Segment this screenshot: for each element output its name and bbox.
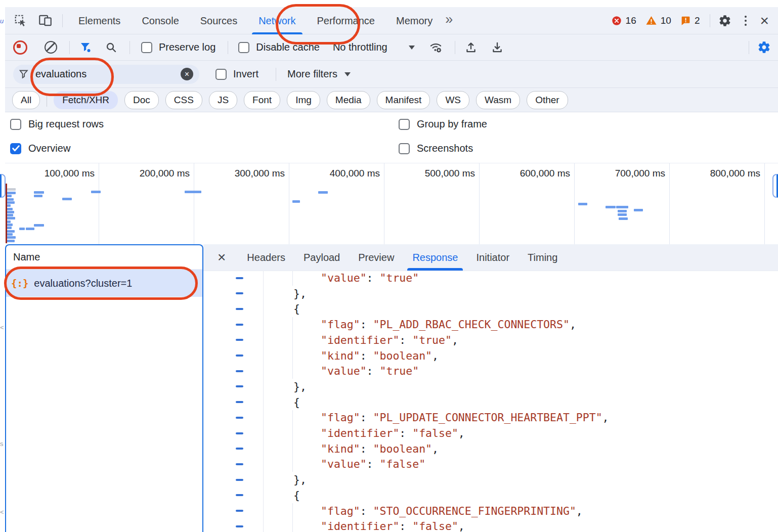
fold-marker-icon[interactable]	[236, 354, 243, 357]
big-request-rows-option[interactable]: Big request rows	[10, 118, 104, 130]
fold-marker-icon[interactable]	[236, 339, 243, 341]
separator	[455, 41, 455, 54]
chip-font[interactable]: Font	[244, 91, 280, 109]
detail-tab-timing[interactable]: Timing	[518, 244, 567, 271]
export-har-icon[interactable]	[491, 41, 504, 54]
overview-option[interactable]: Overview	[10, 143, 70, 154]
big-request-rows-checkbox[interactable]	[10, 119, 21, 130]
detail-tab-response[interactable]: Response	[403, 244, 467, 271]
fold-marker-icon[interactable]	[236, 292, 243, 294]
timeline-request-bar	[6, 224, 13, 226]
clear-filter-icon[interactable]: ×	[181, 68, 193, 80]
timeline-request-bar	[26, 228, 34, 230]
network-conditions-icon[interactable]	[429, 40, 443, 54]
fold-marker-icon[interactable]	[236, 510, 243, 512]
chip-fetch-xhr[interactable]: Fetch/XHR	[54, 91, 118, 109]
network-settings-gear-icon[interactable]	[757, 40, 771, 54]
fold-marker-icon[interactable]	[236, 432, 243, 434]
timeline-request-bar	[6, 233, 13, 236]
chip-ws[interactable]: WS	[437, 91, 469, 109]
tab-performance[interactable]: Performance	[307, 7, 386, 34]
timeline-gridline	[99, 163, 99, 244]
devtools-tab-bar: ElementsConsoleSourcesNetworkPerformance…	[5, 7, 778, 34]
chip-js[interactable]: JS	[209, 91, 237, 109]
preserve-log-checkbox[interactable]	[141, 42, 152, 53]
screenshots-checkbox[interactable]	[399, 143, 410, 154]
fold-marker-icon[interactable]	[236, 277, 243, 279]
request-row[interactable]: {:}evaluations?cluster=1	[6, 270, 202, 297]
throttling-select[interactable]: No throttling	[333, 41, 387, 53]
detail-tab-headers[interactable]: Headers	[238, 244, 294, 271]
detail-tab-initiator[interactable]: Initiator	[467, 244, 518, 271]
code-line: "kind": "boolean",	[321, 348, 439, 364]
inspect-element-icon[interactable]	[14, 14, 27, 27]
more-tabs-icon[interactable]: »	[445, 12, 453, 27]
tab-sources[interactable]: Sources	[190, 7, 248, 34]
overview-checkbox[interactable]	[10, 143, 21, 154]
fold-marker-icon[interactable]	[236, 525, 243, 527]
background-page-strip: u < s <	[0, 0, 5, 532]
fold-marker-icon[interactable]	[236, 324, 243, 326]
fold-marker-icon[interactable]	[236, 385, 243, 387]
screenshots-option[interactable]: Screenshots	[399, 143, 473, 154]
tab-console[interactable]: Console	[131, 7, 189, 34]
chip-all[interactable]: All	[12, 91, 40, 109]
more-filters-dropdown-icon[interactable]	[344, 72, 351, 76]
fold-marker-icon[interactable]	[236, 463, 243, 465]
fold-marker-icon[interactable]	[236, 401, 243, 403]
filter-input[interactable]: evaluations ×	[13, 65, 199, 84]
chip-doc[interactable]: Doc	[124, 91, 159, 109]
timeline-gridline	[479, 163, 480, 244]
record-network-log-icon[interactable]	[13, 40, 27, 55]
close-devtools-icon[interactable]: ×	[760, 13, 769, 28]
chip-media[interactable]: Media	[327, 91, 370, 109]
timeline-request-bar	[6, 240, 15, 242]
fold-marker-icon[interactable]	[236, 494, 243, 496]
timeline-tick-label: 600,000 ms	[520, 168, 570, 179]
import-har-icon[interactable]	[464, 41, 478, 54]
fold-marker-icon[interactable]	[236, 479, 243, 481]
separator	[47, 94, 47, 107]
search-icon[interactable]	[105, 41, 117, 54]
response-body-viewer[interactable]: "value": "true"},{"flag": "PL_ADD_RBAC_C…	[203, 271, 778, 532]
close-detail-icon[interactable]: ×	[218, 250, 226, 264]
chip-css[interactable]: CSS	[165, 91, 202, 109]
device-toolbar-icon[interactable]	[38, 14, 52, 27]
invert-checkbox[interactable]	[215, 69, 227, 80]
timeline-tick-label: 500,000 ms	[425, 168, 475, 179]
timeline-right-grip[interactable]	[772, 174, 778, 198]
group-by-frame-option[interactable]: Group by frame	[399, 118, 487, 130]
issue-badge[interactable]: 2	[680, 15, 700, 26]
fold-marker-icon[interactable]	[236, 448, 243, 450]
throttling-dropdown-icon[interactable]	[409, 46, 415, 50]
timeline-left-grip[interactable]	[0, 174, 6, 198]
clear-network-log-icon[interactable]	[45, 41, 57, 54]
fold-marker-icon[interactable]	[236, 417, 243, 419]
error-badge[interactable]: 16	[611, 15, 636, 26]
chip-wasm[interactable]: Wasm	[476, 91, 520, 109]
chip-img[interactable]: Img	[287, 91, 320, 109]
tab-network[interactable]: Network	[248, 7, 306, 34]
chip-manifest[interactable]: Manifest	[377, 91, 430, 109]
warning-badge[interactable]: 10	[645, 15, 671, 26]
disable-cache-checkbox[interactable]	[238, 42, 249, 53]
timeline-request-bar	[606, 206, 616, 208]
tab-memory[interactable]: Memory	[385, 7, 443, 34]
json-braces-icon: {:}	[11, 278, 28, 289]
separator	[62, 14, 63, 27]
detail-tab-preview[interactable]: Preview	[349, 244, 403, 271]
name-column-header[interactable]: Name	[6, 245, 202, 270]
group-by-frame-checkbox[interactable]	[399, 119, 410, 130]
tab-elements[interactable]: Elements	[68, 7, 131, 34]
detail-tab-payload[interactable]: Payload	[294, 244, 349, 271]
fold-marker-icon[interactable]	[236, 370, 243, 372]
settings-gear-icon[interactable]	[718, 14, 731, 27]
request-name: evaluations?cluster=1	[34, 278, 132, 289]
timeline-overview[interactable]: 100,000 ms200,000 ms300,000 ms400,000 ms…	[5, 163, 778, 244]
filter-toggle-icon[interactable]	[80, 41, 92, 54]
fold-marker-icon[interactable]	[236, 308, 243, 310]
code-line: "flag": "PL_UPDATE_CONNECTOR_HEARTBEAT_P…	[321, 410, 609, 425]
menu-kebab-icon[interactable]	[745, 16, 747, 26]
more-filters-button[interactable]: More filters	[287, 68, 337, 80]
chip-other[interactable]: Other	[527, 91, 568, 109]
